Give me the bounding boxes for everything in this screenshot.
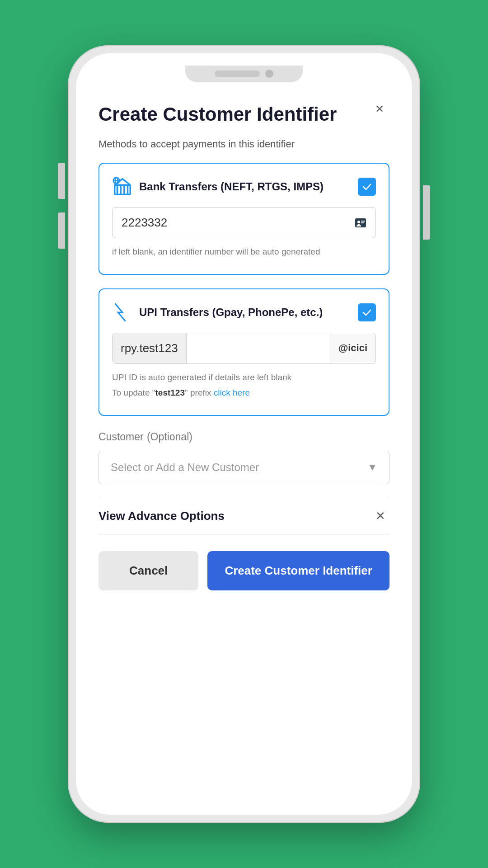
upi-transfer-checkbox[interactable] <box>358 303 376 321</box>
customer-label: Customer (Optional) <box>99 429 389 443</box>
notch-pill <box>215 71 260 77</box>
bank-transfer-header: Bank Transfers (NEFT, RTGS, IMPS) <box>112 176 376 197</box>
upi-helper-prefix: To update " <box>112 388 155 397</box>
close-icon: × <box>375 100 384 117</box>
check-icon <box>362 182 372 192</box>
customer-select-placeholder: Select or Add a New Customer <box>111 461 259 474</box>
upi-transfer-title: UPI Transfers (Gpay, PhonePe, etc.) <box>139 306 323 319</box>
upi-helper-suffix: " prefix <box>185 388 214 397</box>
upi-check-icon <box>362 307 372 317</box>
advance-options-section: View Advance Options ✕ <box>99 498 389 535</box>
bank-helper-text: if left blank, an identifier number will… <box>112 245 376 259</box>
upi-prefix-bold: test123 <box>155 388 185 397</box>
bank-account-input-row <box>112 207 376 238</box>
upi-prefix: rpy.test123 <box>113 333 187 363</box>
bank-transfer-checkbox[interactable] <box>358 178 376 196</box>
customer-select-dropdown[interactable]: Select or Add a New Customer ▼ <box>99 451 389 484</box>
create-button[interactable]: Create Customer Identifier <box>207 551 389 590</box>
customer-section: Customer (Optional) Select or Add a New … <box>99 429 389 484</box>
customer-label-text: Customer <box>99 431 144 443</box>
page-title: Create Customer Identifier <box>99 103 389 126</box>
cancel-button[interactable]: Cancel <box>99 551 198 590</box>
customer-optional-text: (Optional) <box>147 431 192 443</box>
upi-input-spacer <box>187 340 330 356</box>
section-subtitle: Methods to accept payments in this ident… <box>99 138 389 150</box>
bank-title-row: Bank Transfers (NEFT, RTGS, IMPS) <box>112 176 324 197</box>
chevron-down-icon: ▼ <box>367 462 377 473</box>
contact-card-icon <box>346 208 375 238</box>
upi-input-row: rpy.test123 @icici <box>112 333 376 364</box>
svg-point-9 <box>357 221 360 223</box>
upi-transfer-header: UPI Transfers (Gpay, PhonePe, etc.) <box>112 302 376 323</box>
bank-transfer-card: Bank Transfers (NEFT, RTGS, IMPS) <box>99 163 389 275</box>
upi-helper-text-1: UPI ID is auto generated if details are … <box>112 371 376 384</box>
upi-title-row: UPI Transfers (Gpay, PhonePe, etc.) <box>112 302 323 323</box>
bank-account-input[interactable] <box>113 208 346 238</box>
bank-icon <box>112 176 133 197</box>
advance-close-icon: ✕ <box>375 509 385 523</box>
notch <box>185 66 303 82</box>
modal-content: × Create Customer Identifier Methods to … <box>76 94 412 815</box>
button-row: Cancel Create Customer Identifier <box>99 551 389 590</box>
upi-transfer-card: UPI Transfers (Gpay, PhonePe, etc.) rpy.… <box>99 288 389 416</box>
advance-close-button[interactable]: ✕ <box>371 507 389 525</box>
svg-marker-13 <box>115 303 126 321</box>
notch-camera <box>265 70 273 78</box>
bank-transfer-title: Bank Transfers (NEFT, RTGS, IMPS) <box>139 180 324 193</box>
close-button[interactable]: × <box>370 99 389 118</box>
upi-suffix: @icici <box>330 334 375 362</box>
upi-icon <box>112 302 133 323</box>
upi-click-here-link[interactable]: click here <box>214 388 250 397</box>
notch-area <box>76 53 412 94</box>
advance-options-label: View Advance Options <box>99 509 225 523</box>
upi-helper-text-2: To update "test123" prefix click here <box>112 387 376 400</box>
